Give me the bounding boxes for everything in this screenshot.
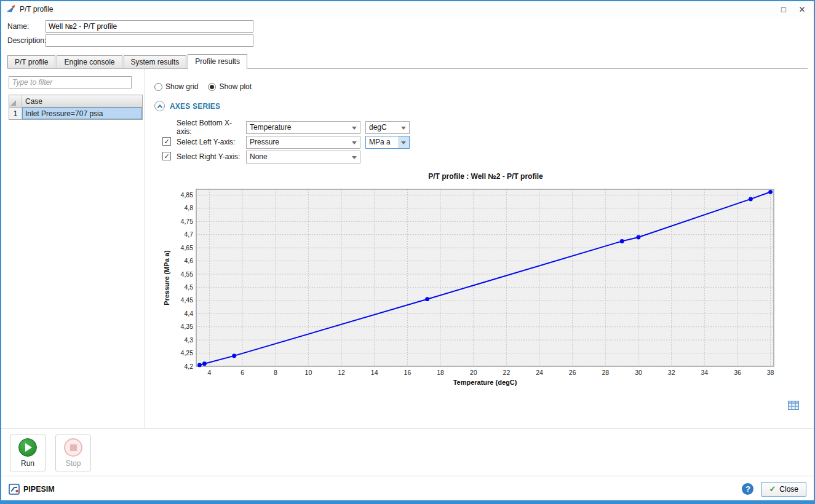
collapse-section-icon[interactable] bbox=[154, 101, 165, 111]
case-label: Inlet Pressure=707 psia bbox=[22, 108, 142, 119]
tab-label: Engine console bbox=[64, 58, 114, 66]
filter-input[interactable] bbox=[9, 76, 132, 89]
right-y-axis-label: Select Right Y-axis: bbox=[177, 152, 246, 161]
view-mode-radios: Show grid Show plot bbox=[154, 82, 252, 91]
x-axis-label: Select Bottom X-axis: bbox=[177, 119, 246, 136]
left-y-axis-label: Select Left Y-axis: bbox=[177, 138, 246, 146]
chart-block: P/T profile : Well №2 - P/T profile 4681… bbox=[162, 172, 780, 390]
svg-text:34: 34 bbox=[701, 369, 708, 376]
x-axis-unit-value: degC bbox=[369, 123, 387, 132]
svg-text:8: 8 bbox=[274, 369, 277, 376]
stop-button-label: Stop bbox=[66, 459, 81, 468]
svg-text:26: 26 bbox=[569, 369, 576, 376]
name-row: Name: bbox=[7, 20, 253, 33]
chevron-down-icon bbox=[352, 156, 357, 159]
x-axis-unit-select[interactable]: degC bbox=[365, 121, 410, 134]
chevron-down-icon bbox=[401, 141, 406, 144]
help-icon[interactable]: ? bbox=[742, 483, 753, 495]
svg-text:22: 22 bbox=[503, 369, 511, 376]
case-column-header: Case bbox=[22, 97, 42, 106]
chevron-down-icon bbox=[401, 127, 406, 130]
svg-text:4,75: 4,75 bbox=[181, 218, 194, 225]
brand-text: PIPESIM bbox=[23, 485, 55, 494]
left-y-checkbox[interactable]: ✓ bbox=[162, 137, 171, 146]
pipesim-logo-icon bbox=[9, 484, 20, 495]
left-y-axis-select[interactable]: Pressure bbox=[246, 136, 360, 149]
svg-text:30: 30 bbox=[635, 369, 642, 376]
svg-text:10: 10 bbox=[305, 369, 312, 376]
right-y-axis-row: ✓ Select Right Y-axis: None bbox=[177, 150, 360, 163]
svg-text:12: 12 bbox=[338, 369, 345, 376]
description-input[interactable] bbox=[46, 34, 253, 47]
case-table-header[interactable]: Case bbox=[9, 95, 143, 108]
close-button-label: Close bbox=[779, 485, 798, 494]
svg-text:14: 14 bbox=[371, 369, 378, 376]
show-grid-radio[interactable]: Show grid bbox=[154, 82, 198, 91]
chevron-up-icon bbox=[157, 104, 162, 109]
left-y-unit-select[interactable]: MPa a bbox=[365, 136, 410, 149]
svg-text:4,3: 4,3 bbox=[184, 336, 193, 344]
svg-text:4,45: 4,45 bbox=[181, 296, 194, 304]
tab-label: System results bbox=[131, 58, 180, 66]
maximize-icon[interactable]: □ bbox=[774, 2, 793, 16]
name-label: Name: bbox=[7, 22, 46, 31]
svg-text:32: 32 bbox=[668, 369, 675, 376]
description-row: Description: bbox=[7, 34, 253, 47]
tab-engine-console[interactable]: Engine console bbox=[57, 55, 122, 68]
svg-text:4,25: 4,25 bbox=[181, 349, 194, 356]
show-plot-label: Show plot bbox=[219, 82, 252, 91]
tab-system-results[interactable]: System results bbox=[124, 55, 187, 68]
left-y-axis-row: ✓ Select Left Y-axis: Pressure MPa a bbox=[177, 135, 410, 149]
tab-content: Case 1 Inlet Pressure=707 psia Show grid… bbox=[7, 69, 808, 428]
close-window-icon[interactable]: ✕ bbox=[793, 2, 811, 16]
titlebar[interactable]: P/T profile □ ✕ bbox=[1, 1, 814, 17]
x-axis-value: Temperature bbox=[250, 123, 291, 132]
chart-svg: 4681012141618202224262830323436384,24,25… bbox=[162, 184, 780, 388]
right-y-checkbox[interactable]: ✓ bbox=[162, 152, 171, 160]
case-row[interactable]: 1 Inlet Pressure=707 psia bbox=[9, 108, 143, 120]
svg-text:4,7: 4,7 bbox=[184, 230, 193, 238]
svg-text:4: 4 bbox=[208, 369, 212, 376]
run-icon bbox=[18, 438, 37, 457]
svg-text:38: 38 bbox=[767, 369, 774, 376]
stop-button[interactable]: Stop bbox=[55, 435, 91, 471]
select-all-corner[interactable] bbox=[9, 95, 22, 107]
stop-square-icon bbox=[70, 444, 77, 451]
svg-text:4,6: 4,6 bbox=[184, 257, 193, 264]
description-label: Description: bbox=[7, 36, 46, 45]
show-grid-label: Show grid bbox=[165, 82, 198, 91]
stop-icon bbox=[64, 438, 82, 457]
svg-text:20: 20 bbox=[470, 369, 477, 376]
table-view-icon[interactable] bbox=[788, 401, 799, 412]
chevron-down-icon bbox=[352, 141, 357, 144]
svg-text:4,4: 4,4 bbox=[184, 310, 193, 317]
run-button[interactable]: Run bbox=[10, 435, 46, 471]
radio-selected-icon bbox=[208, 83, 216, 91]
tab-pt-profile[interactable]: P/T profile bbox=[7, 55, 55, 68]
svg-text:36: 36 bbox=[734, 369, 741, 376]
window-title: P/T profile bbox=[20, 5, 53, 14]
svg-text:16: 16 bbox=[404, 369, 411, 376]
right-y-axis-select[interactable]: None bbox=[246, 151, 360, 163]
svg-text:4,8: 4,8 bbox=[184, 204, 193, 211]
axes-series-title: AXES SERIES bbox=[170, 102, 220, 111]
svg-text:4,35: 4,35 bbox=[181, 323, 194, 330]
name-input[interactable] bbox=[46, 20, 253, 33]
radio-unselected-icon bbox=[154, 83, 162, 91]
run-toolbar: Run Stop bbox=[1, 428, 814, 476]
svg-text:4,65: 4,65 bbox=[181, 244, 194, 251]
tab-profile-results[interactable]: Profile results bbox=[188, 54, 247, 69]
results-panel: Show grid Show plot AXES SERIES Select B… bbox=[144, 69, 808, 428]
svg-text:Temperature (degC): Temperature (degC) bbox=[453, 379, 517, 386]
chevron-down-icon bbox=[352, 127, 357, 130]
row-index: 1 bbox=[9, 108, 22, 119]
x-axis-select[interactable]: Temperature bbox=[246, 121, 360, 134]
svg-text:Pressure (MPa a): Pressure (MPa a) bbox=[163, 250, 170, 305]
corner-triangle-icon bbox=[10, 100, 16, 106]
axes-series-section-header: AXES SERIES bbox=[154, 101, 220, 111]
tab-label: P/T profile bbox=[15, 58, 48, 66]
x-axis-row: Select Bottom X-axis: Temperature degC bbox=[177, 120, 410, 134]
close-button[interactable]: ✓ Close bbox=[761, 482, 806, 497]
checkmark-icon: ✓ bbox=[769, 484, 776, 494]
show-plot-radio[interactable]: Show plot bbox=[208, 82, 252, 91]
